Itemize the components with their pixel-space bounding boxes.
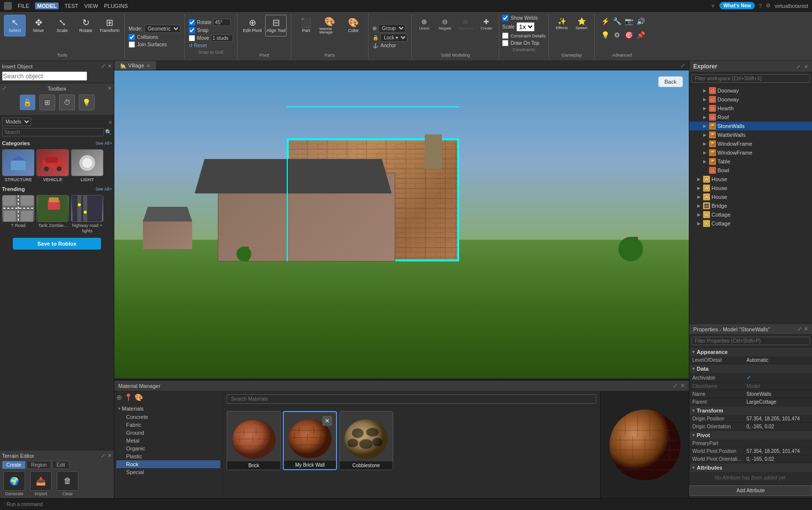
whats-new-button[interactable]: What's New	[719, 2, 755, 9]
adv-btn-2[interactable]: 🔧	[610, 15, 623, 28]
group-select[interactable]: Group ▾	[378, 24, 406, 32]
constraint-details-checkbox[interactable]	[502, 32, 508, 39]
trending-zombie[interactable]: Tank Zombie...	[36, 195, 69, 234]
search-icon[interactable]: 🔍	[105, 129, 112, 135]
mat-location-icon[interactable]: 📍	[124, 393, 133, 401]
join-surfaces-checkbox[interactable]	[129, 41, 135, 48]
mat-cat-plastic[interactable]: Plastic	[116, 452, 220, 460]
adv-btn-4[interactable]: 🔊	[634, 15, 647, 28]
trending-see-all[interactable]: See All>	[96, 187, 112, 191]
village-tab[interactable]: 🏡 Village ✕	[114, 61, 157, 70]
explorer-expand[interactable]: ⤢	[796, 64, 800, 69]
anchor-label[interactable]: Anchor	[380, 43, 396, 48]
mat-cat-organic[interactable]: Organic	[116, 445, 220, 452]
mat-close[interactable]: ✕	[680, 382, 685, 389]
separate-button[interactable]: ⊗ Separate	[456, 15, 475, 33]
transform-header[interactable]: ▾ Transform	[689, 406, 812, 415]
mat-cat-ground[interactable]: Ground	[116, 429, 220, 437]
union-button[interactable]: ⊕ Union	[415, 15, 434, 33]
toolbox-lock-icon[interactable]: 🔒	[20, 95, 35, 110]
tree-cottage-2[interactable]: ▶ 🏡 Cottage	[689, 219, 812, 228]
terrain-edit-tab[interactable]: Edit	[52, 461, 69, 469]
menu-view[interactable]: VIEW	[84, 3, 98, 9]
category-vehicle[interactable]: VEHICLE	[36, 149, 69, 182]
lock-select[interactable]: Lock ▾	[380, 33, 407, 42]
toolbox-light-icon[interactable]: 💡	[79, 95, 95, 110]
tree-hearth[interactable]: ▶ 🧱 Hearth	[689, 104, 812, 113]
tree-doorway-2[interactable]: ▶ 🧱 Doorway	[689, 95, 812, 104]
insert-panel-close[interactable]: ✕	[107, 63, 112, 69]
collisions-checkbox[interactable]	[129, 34, 135, 40]
mat-palette-icon[interactable]: 🎨	[135, 393, 143, 401]
tree-windowframe-2[interactable]: ▶ 📦 WindowFrame	[689, 148, 812, 157]
material-search-input[interactable]	[227, 394, 596, 404]
create-button[interactable]: ✚ Create	[477, 15, 496, 33]
terrain-close[interactable]: ✕	[107, 452, 112, 459]
align-tool-button[interactable]: ⊟ Align Tool	[265, 15, 287, 36]
move-tool-button[interactable]: ✥ Move	[28, 15, 49, 36]
toolbox-close[interactable]: ✕	[107, 85, 112, 92]
tree-house-2[interactable]: ▶ 🏠 House	[689, 184, 812, 192]
tree-bowl[interactable]: 🧱 Bowl	[689, 166, 812, 175]
terrain-region-tab[interactable]: Region	[27, 461, 51, 469]
filter-icon[interactable]: ≡	[109, 119, 112, 125]
properties-close[interactable]: ✕	[804, 326, 808, 332]
mat-cat-concrete[interactable]: Concrete	[116, 413, 220, 421]
rotate-value-input[interactable]	[213, 19, 231, 26]
edit-pivot-button[interactable]: ⊕ Edit Pivot	[241, 15, 263, 36]
adv-btn-6[interactable]: ⚙	[610, 29, 623, 41]
data-header[interactable]: ▾ Data	[689, 364, 812, 373]
viewport-content[interactable]: Back	[114, 70, 689, 379]
tree-house-3[interactable]: ▶ 🏠 House	[689, 192, 812, 201]
category-structure[interactable]: STRUCTURE	[2, 149, 34, 182]
menu-test[interactable]: TEST	[65, 3, 78, 9]
tree-windowframe-1[interactable]: ▶ 📦 WindowFrame	[689, 139, 812, 148]
mat-expand[interactable]: ⤢	[673, 382, 677, 389]
toolbox-grid-icon[interactable]: ⊞	[39, 95, 55, 110]
menu-plugins[interactable]: PLUGINS	[104, 3, 128, 9]
terrain-expand[interactable]: ⤢	[101, 452, 105, 459]
material-manager-button[interactable]: 🎨 Material Manager	[319, 15, 340, 36]
insert-search-input[interactable]	[2, 71, 87, 81]
terrain-generate-button[interactable]: 🌍 Generate	[2, 471, 27, 496]
properties-search-input[interactable]	[691, 337, 810, 345]
reset-btn[interactable]: ↺ Reset	[189, 43, 207, 48]
mat-brick[interactable]: Brick	[227, 411, 281, 470]
adv-btn-5[interactable]: 💡	[599, 29, 611, 41]
mat-mybrickwall[interactable]: My Brick Wall ✕	[283, 411, 337, 470]
move-value-input[interactable]	[211, 34, 233, 42]
attributes-header[interactable]: ▾ Attributes	[689, 463, 812, 472]
question-icon[interactable]: ?	[759, 3, 762, 9]
category-light[interactable]: LIGHT	[71, 149, 103, 182]
mat-add-icon[interactable]: ⊕	[116, 393, 122, 401]
scale-tool-button[interactable]: ⤡ Scale	[51, 15, 73, 36]
terrain-clear-button[interactable]: 🗑 Clear	[55, 471, 80, 496]
categories-see-all[interactable]: See All>	[96, 141, 112, 146]
toolbox-clock-icon[interactable]: ⏱	[59, 95, 75, 110]
viewport-expand[interactable]: ⤢	[680, 63, 685, 69]
rotate-checkbox[interactable]	[189, 19, 195, 26]
tree-house-1[interactable]: ▶ 🏠 House	[689, 175, 812, 184]
negate-button[interactable]: ⊖ Negate	[436, 15, 454, 33]
trending-troad[interactable]: T Road	[2, 195, 34, 234]
materials-toggle[interactable]: ▾ Materials	[116, 404, 220, 413]
terrain-import-button[interactable]: 📥 Import	[29, 471, 53, 496]
color-button[interactable]: 🎨 Color	[342, 15, 364, 36]
terrain-create-tab[interactable]: Create	[2, 461, 26, 469]
transform-tool-button[interactable]: ⊞ Transform	[99, 15, 120, 36]
menu-model[interactable]: MODEL	[35, 2, 59, 9]
mode-select[interactable]: Geometric	[144, 25, 180, 33]
tree-roof[interactable]: ▶ 🧱 Roof	[689, 113, 812, 122]
move-snap-checkbox[interactable]	[189, 35, 195, 41]
models-dropdown[interactable]: Models	[2, 118, 31, 126]
show-welds-checkbox[interactable]	[502, 15, 508, 21]
back-button[interactable]: Back	[658, 76, 683, 87]
spawn-button[interactable]: ⭐ Spawn	[573, 15, 590, 32]
effects-button[interactable]: ✨ Effects	[553, 15, 571, 32]
menu-file[interactable]: FILE	[18, 3, 29, 9]
tree-bridge[interactable]: ▶ 🌉 Bridge	[689, 201, 812, 210]
select-tool-button[interactable]: ↖ Select	[4, 15, 26, 36]
models-search-input[interactable]	[2, 128, 104, 136]
village-tab-close[interactable]: ✕	[146, 63, 150, 68]
toolbox-expand[interactable]: ⤢	[2, 85, 6, 92]
